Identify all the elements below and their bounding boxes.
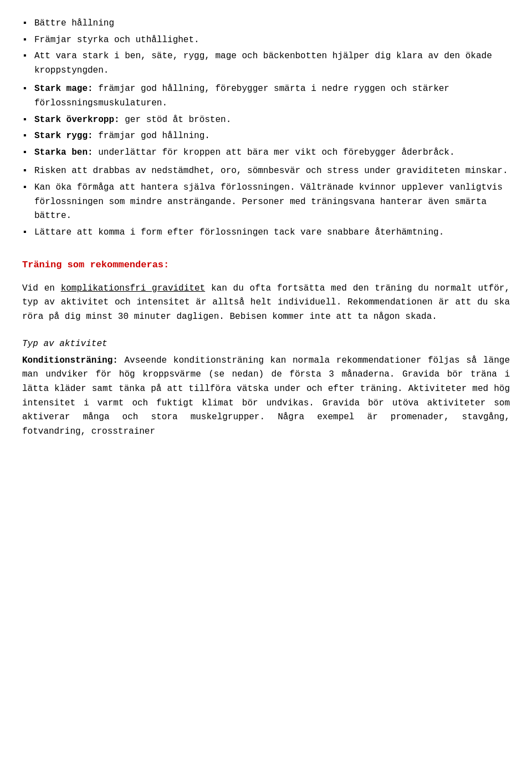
label-suffix: ger stöd åt brösten. <box>120 115 232 125</box>
label-suffix: underlättar för kroppen att bära mer vik… <box>93 148 455 158</box>
bold-label: Stark överkropp: <box>34 115 120 125</box>
bullets-top-section: ▪ Bättre hållning ▪ Främjar styrka och u… <box>22 17 510 78</box>
bullet-char: ▪ <box>22 17 32 31</box>
stark-overkropp-text: Stark överkropp: ger stöd åt brösten. <box>34 113 510 128</box>
bullet-char: ▪ <box>22 181 32 195</box>
bullet-text: Bättre hållning <box>34 17 510 31</box>
bullets-bottom-section: ▪ Risken att drabbas av nedstämdhet, oro… <box>22 164 510 240</box>
stark-mage-text: Stark mage: främjar god hållning, föreby… <box>34 82 510 110</box>
starka-ben-text: Starka ben: underlättar för kroppen att … <box>34 146 510 160</box>
bullet-text: Kan öka förmåga att hantera själva förlo… <box>34 181 510 223</box>
label-suffix: främjar god hållning. <box>93 131 210 141</box>
paragraph-kondition: Konditionsträning: Avseende konditionstr… <box>22 354 510 439</box>
para1-underlined: komplikationsfri graviditet <box>61 283 205 293</box>
main-content: ▪ Bättre hållning ▪ Främjar styrka och u… <box>22 17 510 439</box>
bullet-char: ▪ <box>22 33 32 48</box>
bullet-text: Att vara stark i ben, säte, rygg, mage o… <box>34 49 510 78</box>
bullet-item-kan-oka: ▪ Kan öka förmåga att hantera själva för… <box>22 181 510 223</box>
bold-label: Stark rygg: <box>34 131 93 141</box>
inline-bullet-item-starka-ben: ▪ Starka ben: underlättar för kroppen at… <box>22 146 510 160</box>
bullet-char: ▪ <box>22 226 32 240</box>
inline-bullet-item-stark-mage: ▪ Stark mage: främjar god hållning, före… <box>22 82 510 110</box>
kondition-label: Konditionsträning: <box>22 355 118 365</box>
bullet-char: ▪ <box>22 164 32 179</box>
bullet-char: ▪ <box>22 49 32 64</box>
section-heading-traning: Träning som rekommenderas: <box>22 257 510 272</box>
activity-type-label: Typ av aktivitet <box>22 337 510 352</box>
bullet-item: ▪ Att vara stark i ben, säte, rygg, mage… <box>22 49 510 78</box>
label-suffix: främjar god hållning, förebygger smärta … <box>34 84 449 108</box>
bullet-char: ▪ <box>22 129 32 144</box>
bullet-item: ▪ Bättre hållning <box>22 17 510 31</box>
inline-bullets-section: ▪ Stark mage: främjar god hållning, före… <box>22 82 510 160</box>
paragraph-komplikationsfri: Vid en komplikationsfri graviditet kan d… <box>22 282 510 324</box>
stark-rygg-text: Stark rygg: främjar god hållning. <box>34 129 510 144</box>
bullet-item: ▪ Främjar styrka och uthållighet. <box>22 33 510 48</box>
bullet-char: ▪ <box>22 82 32 96</box>
bold-label: Starka ben: <box>34 148 93 158</box>
inline-bullet-item-stark-overkropp: ▪ Stark överkropp: ger stöd åt brösten. <box>22 113 510 128</box>
bullet-char: ▪ <box>22 146 32 160</box>
bullet-item-lattare: ▪ Lättare att komma i form efter förloss… <box>22 226 510 240</box>
bullet-text: Främjar styrka och uthållighet. <box>34 33 510 48</box>
kondition-text: Avseende konditionsträning kan normala r… <box>22 355 510 436</box>
bold-label: Stark mage: <box>34 84 93 94</box>
inline-bullet-item-stark-rygg: ▪ Stark rygg: främjar god hållning. <box>22 129 510 144</box>
bullet-text: Risken att drabbas av nedstämdhet, oro, … <box>34 164 510 179</box>
bullet-text: Lättare att komma i form efter förlossni… <box>34 226 510 240</box>
bullet-item-risken: ▪ Risken att drabbas av nedstämdhet, oro… <box>22 164 510 179</box>
para1-prefix: Vid en <box>22 283 61 293</box>
bullet-char: ▪ <box>22 113 32 128</box>
